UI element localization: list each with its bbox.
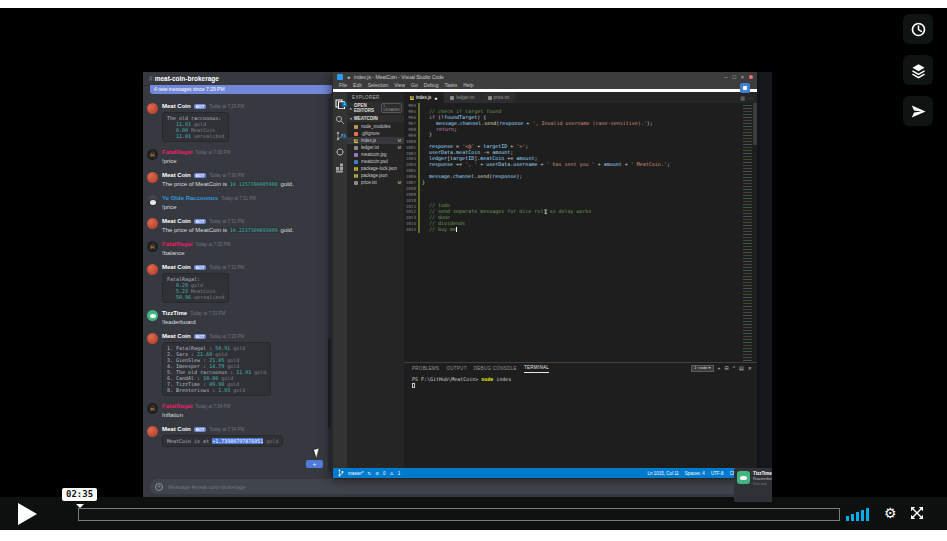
toast-avatar — [737, 471, 750, 484]
activity-badge: 1 — [342, 102, 347, 107]
search-icon[interactable] — [335, 111, 345, 121]
split-terminal-icon[interactable]: ▤ — [739, 365, 744, 371]
notification-icon[interactable] — [740, 83, 750, 93]
file-index.js[interactable]: JSindex.jsM — [347, 137, 404, 144]
split-editor-icon[interactable]: ▥ — [740, 95, 745, 101]
kill-terminal-icon[interactable]: ⊟ — [725, 365, 729, 371]
play-button[interactable] — [18, 503, 37, 525]
more-actions-icon[interactable]: ⋯ — [748, 95, 753, 101]
panel-tab-problems[interactable]: PROBLEMS — [412, 364, 439, 373]
discord-toast-notification[interactable]: TizzTime Roasterbords Discord — [734, 468, 772, 502]
line-number: 995 — [404, 109, 418, 114]
upload-plus-icon[interactable]: + — [155, 483, 163, 491]
meat-avatar — [147, 426, 158, 437]
line-number: 1000 — [404, 139, 418, 144]
error-count[interactable]: 0 — [383, 471, 386, 476]
code-text: // buy me — [422, 227, 457, 233]
menu-item-go[interactable]: Go — [411, 82, 418, 89]
selection-action-badge[interactable]: + — [306, 460, 323, 468]
message-input[interactable]: + Message #meat-coin-brokerage — [150, 479, 750, 494]
channel-name: meat-coin-brokerage — [155, 75, 219, 82]
file-package-lock.json[interactable]: {}package-lock.json — [347, 165, 404, 172]
folder-section[interactable]: ▾ MEATCOIN — [347, 115, 404, 122]
new-messages-banner[interactable]: 4 new messages since 7:29 PM — [150, 85, 332, 94]
watch-later-button[interactable] — [903, 14, 933, 44]
vscode-titlebar[interactable]: ● index.js - MeatCoin - Visual Studio Co… — [333, 72, 757, 82]
code-segment: unrealized — [191, 133, 224, 139]
editor-scrollbar[interactable] — [753, 103, 757, 145]
message-timestamp: Today at 7:34 PM — [209, 427, 244, 432]
explorer-icon[interactable]: 1 — [335, 95, 345, 105]
shell-selector[interactable]: 1: node ▾ — [691, 365, 713, 372]
skull-avatar: ☠ — [147, 403, 158, 414]
panel-actions: 1: node ▾+⊟^▤✕ — [691, 365, 757, 372]
file-ledger.txt[interactable]: ledger.txtM — [347, 144, 404, 151]
message-header: FatalRagalToday at 7:30 PM — [162, 148, 230, 156]
tab-price.txt[interactable]: price.txt — [482, 92, 517, 103]
minimize-button[interactable]: – — [724, 74, 727, 80]
file-.gitignore[interactable]: .gitignore — [347, 130, 404, 137]
fullscreen-button[interactable] — [910, 506, 924, 524]
menu-item-tasks[interactable]: Tasks — [444, 82, 457, 89]
menu-item-selection[interactable]: Selection — [368, 82, 389, 89]
collections-button[interactable] — [903, 55, 933, 85]
file-meatcoin.psd[interactable]: meatcoin.psd — [347, 158, 404, 165]
menu-item-help[interactable]: Help — [463, 82, 473, 89]
code-token: // buy me — [429, 226, 456, 232]
author-name: Meat Coin — [162, 102, 191, 110]
message-body: Meat CoinBOTToday at 7:31 PMThe price of… — [162, 217, 294, 234]
player-controls-bar: 02:35 ⚙ — [0, 497, 947, 530]
screen-recording-frame: # meat-coin-brokerage 4 new messages sin… — [143, 72, 772, 502]
terminal-content[interactable]: PS F:\GitHub\MeatCoin> node index — [404, 373, 757, 390]
debug-icon[interactable] — [335, 143, 345, 153]
author-name: FatalRagal — [162, 240, 192, 248]
extensions-icon[interactable] — [335, 159, 345, 169]
minimap[interactable] — [743, 105, 752, 362]
tab-index.js[interactable]: JSindex.js● — [404, 92, 444, 103]
close-button[interactable]: × — [741, 74, 744, 80]
maximize-button[interactable]: □ — [732, 74, 735, 80]
line-number: 1003 — [404, 156, 418, 161]
menu-item-file[interactable]: File — [339, 82, 347, 89]
code-token: ', Invalid username (case-sensitive).' — [532, 120, 646, 126]
source-control-icon[interactable]: 1 — [335, 127, 345, 137]
file-price.txt[interactable]: price.txtM — [347, 179, 404, 186]
message-codeblock: MeatCoin is at +1.73980797876051 gold — [162, 435, 283, 447]
panel-tab-output[interactable]: OUTPUT — [446, 364, 466, 373]
menu-item-edit[interactable]: Edit — [353, 82, 362, 89]
file-node_modules[interactable]: node_modules — [347, 123, 404, 130]
volume-control[interactable] — [846, 508, 869, 521]
menu-item-debug[interactable]: Debug — [424, 82, 439, 89]
skull-avatar: ☠ — [147, 241, 158, 252]
close-panel-icon[interactable]: ✕ — [748, 365, 752, 371]
message-codeblock: FatalRagal: 0.29 gold 5.23 MeatCoin 50.9… — [162, 273, 229, 303]
panel-tab-terminal[interactable]: TERMINAL — [524, 363, 549, 373]
line-number: 1005 — [404, 168, 418, 173]
file-package.json[interactable]: {}package.json — [347, 172, 404, 179]
message-header: Meat CoinBOTToday at 7:29 PM — [162, 102, 244, 110]
meat-avatar — [147, 333, 158, 344]
status-item[interactable]: UTF-8 — [711, 471, 724, 476]
video-player[interactable]: # meat-coin-brokerage 4 new messages sin… — [0, 8, 947, 530]
panel-tab-debug-console[interactable]: DEBUG CONSOLE — [474, 364, 517, 373]
open-editors-section[interactable]: ▸ OPEN EDITORS 1 UNSAVED — [347, 102, 404, 114]
branch-label[interactable]: master* — [348, 471, 364, 476]
price-value: 10.2237309693099 — [229, 227, 279, 233]
file-meatcoin.jpg[interactable]: meatcoin.jpg — [347, 151, 404, 158]
open-editors-label: OPEN EDITORS — [354, 103, 381, 113]
code-editor[interactable]: 994995// check if target found996if (!fo… — [404, 103, 757, 362]
tab-ledger.txt[interactable]: ledger.txt — [444, 92, 481, 103]
seek-bar[interactable] — [78, 508, 840, 521]
message-body: Ye Olde RaccoonusToday at 7:31 PM!price — [162, 194, 256, 211]
status-item[interactable]: Ln 1015, Col 11 — [647, 471, 678, 476]
collapse-icon[interactable]: ^ — [733, 365, 735, 371]
ibeam-cursor-icon: I — [544, 208, 548, 215]
warning-count[interactable]: 1 — [398, 471, 401, 476]
settings-gear-icon[interactable]: ⚙ — [884, 504, 897, 522]
share-button[interactable] — [903, 96, 933, 126]
discord-scrollbar[interactable] — [328, 98, 331, 472]
sync-icon[interactable]: ↻ — [368, 471, 372, 476]
status-item[interactable]: Spaces: 4 — [685, 471, 705, 476]
menu-item-view[interactable]: View — [394, 82, 405, 89]
new-terminal-icon[interactable]: + — [718, 365, 721, 371]
